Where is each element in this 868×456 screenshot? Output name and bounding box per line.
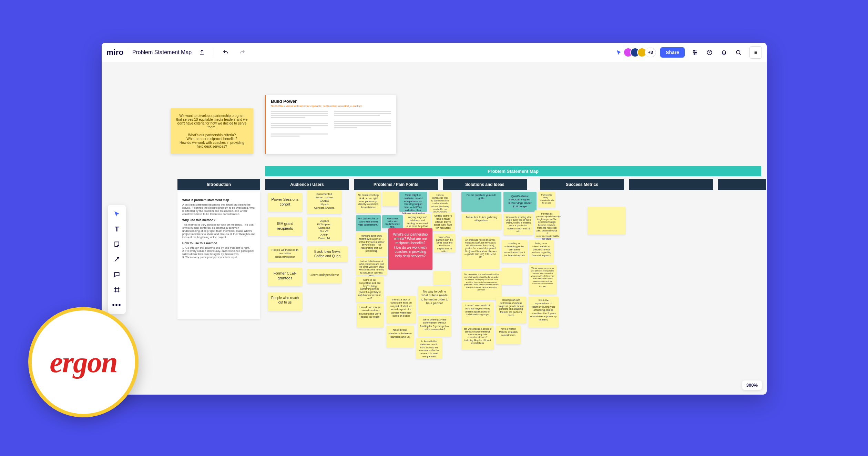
sticky[interactable]: Power Sessions cohort [268,193,302,212]
sticky[interactable]: People who reach out to us [268,293,302,311]
sticky[interactable]: We're offering 3 year commitment without… [418,316,451,337]
sticky[interactable]: Perhaps as partnership/relationships len… [534,210,559,238]
embedded-doc[interactable]: Build Power North Star / vision statemen… [265,95,396,154]
sticky[interactable]: Will partners be on board with a three y… [356,215,381,231]
sticky[interactable]: An employee (exists in our US Programs w… [461,237,499,269]
redo-button[interactable] [236,46,248,59]
svg-point-0 [694,50,695,51]
sticky[interactable]: Cicero Independiente [307,269,341,284]
undo-button[interactable] [219,46,232,59]
intro-h: How to use this method [182,241,255,245]
sticky[interactable]: creating an onboarding packet with some … [501,240,528,263]
column-header: Success Metrics [540,179,624,190]
sticky[interactable]: No centralized help desk person right no… [356,192,381,213]
map-banner: Problem Statement Map [265,166,761,176]
sticky[interactable]: being more intentional about checking in… [529,240,554,263]
sticky[interactable] [433,271,450,285]
sticky[interactable]: I think the expectations of "partner" du… [528,297,559,328]
sticky[interactable]: Getting partner's time is really difficu… [432,212,455,231]
summary-line: We want to develop a partnership program… [176,114,248,129]
column-header: Problems / Pain Points [354,179,438,190]
summary-sticky[interactable]: We want to develop a partnership program… [171,108,253,154]
sticky[interactable]: can we schedule a series of standard kic… [461,326,494,350]
sticky[interactable] [501,268,522,285]
notifications-button[interactable] [718,46,730,59]
summary-line: What's our partnership criteria? [176,133,248,137]
settings-button[interactable] [689,46,701,59]
search-button[interactable] [732,46,745,59]
sticky[interactable]: have a written MOU to establish commitme… [496,326,521,344]
sticky[interactable]: Have a centralized way to store client i… [429,192,451,212]
divider [214,48,214,57]
sticky[interactable]: Black Iowa News Coffee and Quaq [307,246,348,262]
presence: +3 [626,48,656,57]
sticky[interactable]: Documented Sahan Journal SAADA USpark Co… [307,190,341,214]
topbar: miro Problem Statement Map +3 Share [102,43,767,62]
sticky[interactable]: People we included in our twitter issue/… [268,246,302,262]
intro-li: 1. Go through the columns one by one fro… [182,246,255,249]
cursor-icon[interactable] [616,49,622,56]
export-icon [199,49,205,56]
sticky[interactable]: Lack of definition about what partner me… [356,258,387,275]
help-icon [706,49,713,56]
sticky[interactable]: We do some surveys, so our partners lett… [529,265,556,295]
board-title[interactable]: Problem Statement Map [132,49,192,56]
more-collaborators[interactable]: +3 [645,48,656,57]
canvas[interactable]: We want to develop a partnership program… [102,62,767,395]
sticky[interactable]: How do we ask for commitment w/o soundin… [357,304,384,328]
summary-line: How do we work with coaches in providing… [176,141,248,148]
logo: miro [106,48,124,57]
intro-p: This method is very suitable for kick-of… [182,223,255,239]
activity-button[interactable] [749,46,762,59]
sticky-empty[interactable] [588,207,625,235]
sticky[interactable]: Our newsletter is a really good tool for… [461,271,501,300]
sticky[interactable]: I haven't seen an rfp of ours but maybe … [461,302,494,324]
sticky[interactable]: When we're meeting with Sergio every two… [503,214,533,235]
intro-h: Why use this method? [182,218,255,222]
undo-icon [223,49,229,56]
doc-subtitle: North Star / vision statement for equita… [271,105,391,108]
sticky[interactable]: None of our partners is in the same plac… [434,234,455,252]
app-window: miro Problem Statement Map +3 Share [102,43,767,395]
help-button[interactable] [703,46,716,59]
column-header [718,179,766,190]
intro-panel[interactable]: What is problem statement map A problem … [177,191,260,319]
right-cluster [689,46,762,59]
sticky[interactable]: Partnership story + interview/profile th… [538,192,555,208]
sticky[interactable]: Partners don't know what they're a part … [356,232,387,257]
sticky-highlight[interactable]: What's our partnership criteria? What ar… [388,228,432,270]
intro-p: A problem statement describes the actual… [182,203,255,216]
sticky[interactable]: Former CLEF grantees [268,268,302,286]
column-header [629,179,713,190]
sliders-icon [692,49,698,56]
sticky[interactable]: For the questions you could get/in [461,192,501,212]
column-header: Audience / Users [265,179,349,190]
bell-icon [721,49,727,56]
sticky[interactable]: creating our own definitions of various … [496,297,526,324]
redo-icon [239,49,245,56]
intro-h: What is problem statement map [182,198,255,202]
sticky[interactable]: Some of our competitors look like they'r… [356,277,384,302]
badge-text: ergon [50,345,117,379]
sticky[interactable]: How do we decide who needs the most help… [382,215,403,228]
column-header: Solutions and Ideas [443,179,527,190]
sticky[interactable]: No way to define what criteria needs to … [418,286,451,314]
sticky[interactable]: Qualifications: BIPOC/Immigrant-led/serv… [503,192,537,212]
svg-point-4 [736,50,740,54]
list-icon [753,50,758,55]
search-icon [735,49,742,56]
sticky[interactable]: IEA grant recipients [268,217,302,236]
sticky[interactable]: There might be confusion around who part… [399,192,427,212]
summary-line: What are our reciprocal benefits? [176,137,248,141]
intro-li: 3. Then every participant presents their… [182,256,255,259]
sticky[interactable]: USpark El Tímpano Saambaa SoLVE AARP Fut… [307,217,341,241]
share-button[interactable]: Share [660,47,685,58]
sticky[interactable]: there's a lack of consistent asks on our… [386,296,416,324]
sticky[interactable]: In line with the statement next to intro… [416,338,442,359]
zoom-level[interactable]: 300% [742,380,762,390]
ergon-badge: ergon [28,307,139,417]
export-button[interactable] [196,46,208,59]
sticky[interactable]: Annual face to face gathering with partn… [461,214,501,230]
sticky[interactable]: Need brand standards between partners an… [386,326,414,348]
sticky[interactable] [382,192,398,206]
